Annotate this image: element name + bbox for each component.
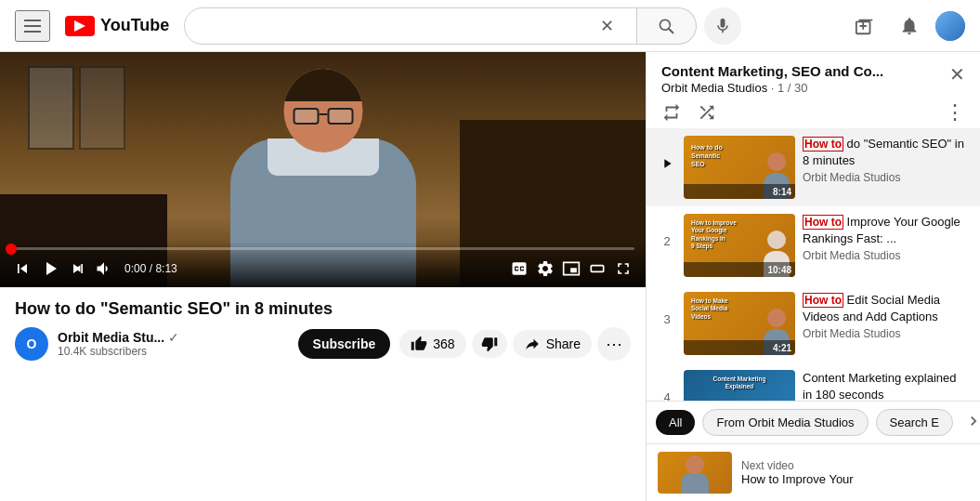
playlist-item-4[interactable]: 4 Content MarketingExplained 3:06 Conten… xyxy=(647,363,980,401)
mic-button[interactable] xyxy=(704,7,741,45)
miniplayer-icon xyxy=(562,259,581,278)
filter-search-button[interactable]: Search E xyxy=(876,409,953,436)
next-video-teaser[interactable]: Next video How to Improve Your xyxy=(647,443,980,501)
playing-icon xyxy=(660,156,674,171)
thumb-3-bar: 4:21 xyxy=(684,340,795,355)
play-button[interactable] xyxy=(37,256,63,282)
window-left xyxy=(28,66,74,150)
item-1-channel: Orbit Media Studios xyxy=(803,171,969,184)
playlist-item-1[interactable]: How to doSemanticSEO 8:14 How to do "Sem… xyxy=(647,128,980,206)
header: YouTube orbitmedia studios ✕ xyxy=(0,0,980,52)
thumbs-down-icon xyxy=(481,336,498,352)
right-controls xyxy=(508,257,634,280)
volume-button[interactable] xyxy=(93,257,115,280)
playlist-controls: ⋮ xyxy=(661,95,965,128)
thumb-4-text: Content MarketingExplained xyxy=(689,376,790,391)
playlist-panel: Content Marketing, SEO and Co... Orbit M… xyxy=(646,52,980,501)
create-icon xyxy=(855,16,875,36)
item-2-highlight: How to xyxy=(803,215,843,230)
filter-all-button[interactable]: All xyxy=(656,410,695,435)
item-3-highlight: How to xyxy=(803,293,843,308)
like-count: 368 xyxy=(433,336,454,351)
progress-handle[interactable] xyxy=(6,244,17,255)
fullscreen-icon xyxy=(614,259,633,278)
main-content: 0:00 / 8:13 xyxy=(0,52,980,501)
notifications-button[interactable] xyxy=(891,7,928,45)
settings-button[interactable] xyxy=(534,257,556,280)
loop-icon xyxy=(661,102,682,123)
playlist-more-button[interactable]: ⋮ xyxy=(945,102,965,123)
item-2-info: How to Improve Your Google Rankings Fast… xyxy=(803,214,969,262)
next-video-info: Next video How to Improve Your xyxy=(741,459,854,486)
thumb-2-head xyxy=(767,231,786,249)
channel-info: Orbit Media Stu... ✓ 10.4K subscribers xyxy=(58,330,289,358)
share-icon xyxy=(524,336,541,352)
item-2-number: 2 xyxy=(658,234,676,248)
item-4-number: 4 xyxy=(658,390,676,401)
thumbs-up-icon xyxy=(411,336,427,352)
theater-button[interactable] xyxy=(586,257,608,280)
playlist-items[interactable]: How to doSemanticSEO 8:14 How to do "Sem… xyxy=(647,128,980,401)
filter-next-button[interactable] xyxy=(964,412,980,433)
more-actions-button[interactable]: ⋯ xyxy=(597,327,631,361)
next-thumb-head xyxy=(686,455,704,474)
skip-back-button[interactable] xyxy=(11,257,33,280)
item-3-info: How to Edit Social Media Videos and Add … xyxy=(803,292,969,340)
like-button[interactable]: 368 xyxy=(399,330,465,358)
play-icon xyxy=(39,257,61,280)
video-controls[interactable]: 0:00 / 8:13 xyxy=(0,242,646,287)
thumb-1-bar: 8:14 xyxy=(684,184,795,199)
playlist-item-3[interactable]: 3 How to MakeSocial MediaVideos 4:21 xyxy=(647,284,980,363)
avatar[interactable] xyxy=(935,11,965,41)
item-3-thumb-container: How to MakeSocial MediaVideos 4:21 xyxy=(684,292,795,355)
action-buttons: 368 Share ⋯ xyxy=(399,327,631,361)
item-3-thumbnail: How to MakeSocial MediaVideos 4:21 xyxy=(684,292,795,355)
playlist-channel-link[interactable]: Orbit Media Studios xyxy=(661,81,767,95)
filter-orbit-button[interactable]: From Orbit Media Studios xyxy=(702,409,868,436)
thumb-2-bar: 10:48 xyxy=(684,262,795,277)
person-head xyxy=(283,69,362,152)
glasses-right xyxy=(327,108,353,125)
dislike-button[interactable] xyxy=(472,330,507,358)
video-area: 0:00 / 8:13 xyxy=(0,52,646,501)
next-thumb-body xyxy=(681,473,709,494)
skip-forward-button[interactable] xyxy=(67,257,89,280)
fullscreen-button[interactable] xyxy=(612,257,634,280)
shuffle-button[interactable] xyxy=(697,102,717,123)
video-player[interactable]: 0:00 / 8:13 xyxy=(0,52,646,287)
item-1-thumbnail: How to doSemanticSEO 8:14 xyxy=(684,136,795,199)
item-2-channel: Orbit Media Studios xyxy=(803,249,969,262)
playlist-close-button[interactable]: ✕ xyxy=(949,63,965,86)
channel-name[interactable]: Orbit Media Stu... xyxy=(58,330,164,345)
item-4-title: Content Marketing explained in 180 secon… xyxy=(803,370,969,401)
share-button[interactable]: Share xyxy=(513,330,592,358)
youtube-logo-text: YouTube xyxy=(100,16,169,35)
item-3-number: 3 xyxy=(658,312,676,326)
subscribe-button[interactable]: Subscribe xyxy=(298,329,391,359)
more-dots-icon: ⋯ xyxy=(606,334,622,354)
playlist-meta: Orbit Media Studios · 1 / 30 xyxy=(661,81,883,95)
youtube-logo[interactable]: YouTube xyxy=(65,16,169,36)
miniplayer-button[interactable] xyxy=(560,257,582,280)
search-button[interactable] xyxy=(637,7,697,45)
loop-button[interactable] xyxy=(661,102,682,123)
playlist-item-2[interactable]: 2 How to ImproveYour GoogleRankings in9 … xyxy=(647,206,980,284)
thumb-1-text: How to doSemanticSEO xyxy=(691,143,760,168)
search-input[interactable]: orbitmedia studios xyxy=(200,18,593,34)
search-input-container[interactable]: orbitmedia studios ✕ xyxy=(184,7,637,45)
settings-icon xyxy=(536,259,555,278)
subscriber-count: 10.4K subscribers xyxy=(58,345,289,358)
create-button[interactable] xyxy=(846,7,883,45)
menu-button[interactable] xyxy=(15,10,50,42)
captions-icon xyxy=(510,259,529,278)
progress-bar[interactable] xyxy=(11,247,634,250)
playlist-header: Content Marketing, SEO and Co... Orbit M… xyxy=(647,52,980,128)
controls-row: 0:00 / 8:13 xyxy=(11,256,634,282)
share-label: Share xyxy=(546,336,581,351)
search-clear-button[interactable]: ✕ xyxy=(593,16,621,36)
next-thumb xyxy=(658,452,732,494)
channel-row: O Orbit Media Stu... ✓ 10.4K subscribers… xyxy=(15,327,631,361)
captions-button[interactable] xyxy=(508,257,530,280)
volume-icon xyxy=(95,259,113,278)
channel-avatar[interactable]: O xyxy=(15,327,48,361)
